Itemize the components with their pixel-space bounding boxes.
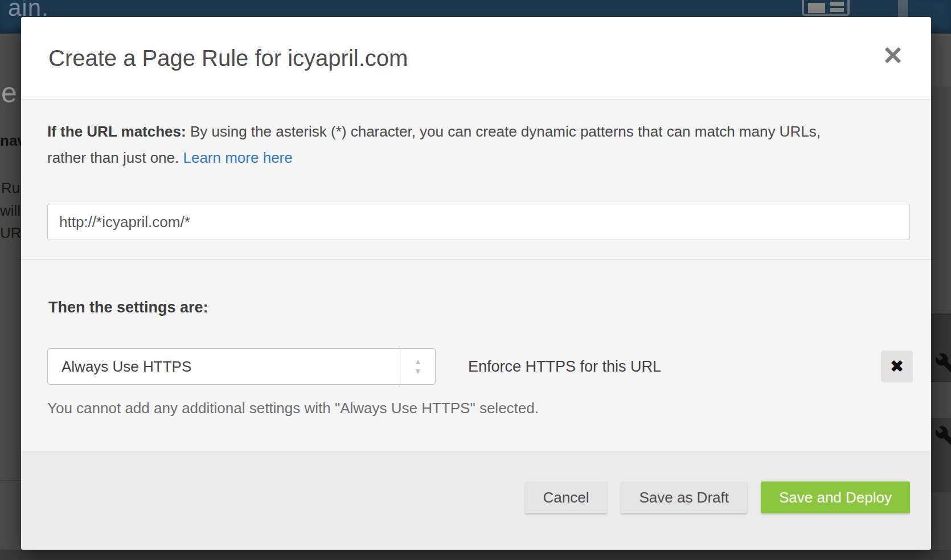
select-stepper: ▲ ▼ bbox=[400, 349, 435, 384]
url-match-paragraph: If the URL matches: By using the asteris… bbox=[47, 118, 843, 171]
background-right-strip bbox=[931, 34, 951, 550]
background-bottom-strip bbox=[0, 550, 951, 560]
close-button[interactable] bbox=[881, 43, 905, 67]
wrench-icon bbox=[934, 352, 951, 375]
nav-icon-fragment bbox=[898, 0, 908, 19]
bg-text-fragment: UR bbox=[0, 224, 21, 242]
bg-text-fragment: will bbox=[0, 202, 21, 220]
bg-band bbox=[931, 492, 951, 550]
screen: ain. e nav Ru will UR Create a Page Rule… bbox=[0, 0, 951, 560]
save-deploy-button[interactable]: Save and Deploy bbox=[761, 481, 910, 513]
bg-divider bbox=[0, 480, 21, 481]
remove-icon: ✖ bbox=[881, 351, 913, 382]
app-grid-icon bbox=[802, 0, 850, 16]
bg-text-fragment: nav bbox=[0, 132, 21, 150]
url-pattern-input[interactable] bbox=[47, 204, 910, 240]
wrench-icon bbox=[934, 425, 951, 448]
chevron-down-icon: ▼ bbox=[400, 367, 436, 375]
app-grid-icon-block bbox=[808, 3, 825, 13]
create-page-rule-modal: Create a Page Rule for icyapril.com If t… bbox=[21, 17, 931, 550]
setting-select[interactable]: Always Use HTTPS ▲ ▼ bbox=[47, 348, 436, 385]
app-grid-icon-bar bbox=[830, 2, 844, 6]
learn-more-link[interactable]: Learn more here bbox=[183, 149, 292, 166]
selected-setting-label: Always Use HTTPS bbox=[62, 349, 191, 384]
remove-setting-button[interactable]: ✖ bbox=[881, 351, 913, 382]
cancel-button[interactable]: Cancel bbox=[525, 481, 608, 513]
bg-text-fragment: Ru bbox=[1, 179, 20, 197]
settings-note: You cannot add any additional settings w… bbox=[47, 400, 539, 417]
modal-footer: Cancel Save as Draft Save and Deploy bbox=[21, 451, 931, 550]
url-match-label: If the URL matches: bbox=[47, 123, 186, 140]
background-left-strip: e nav Ru will UR bbox=[0, 34, 21, 550]
footer-button-row: Cancel Save as Draft Save and Deploy bbox=[525, 481, 910, 513]
modal-title: Create a Page Rule for icyapril.com bbox=[48, 43, 408, 73]
close-icon bbox=[884, 47, 901, 64]
settings-heading: Then the settings are: bbox=[48, 299, 208, 316]
bg-band bbox=[931, 34, 951, 87]
bg-text-fragment: e bbox=[1, 76, 17, 109]
setting-description: Enforce HTTPS for this URL bbox=[468, 348, 661, 385]
chevron-up-icon: ▲ bbox=[400, 357, 436, 365]
save-draft-button[interactable]: Save as Draft bbox=[621, 481, 747, 513]
app-grid-icon-bar bbox=[830, 8, 844, 12]
modal-header: Create a Page Rule for icyapril.com bbox=[21, 17, 931, 100]
section-divider bbox=[21, 259, 931, 260]
